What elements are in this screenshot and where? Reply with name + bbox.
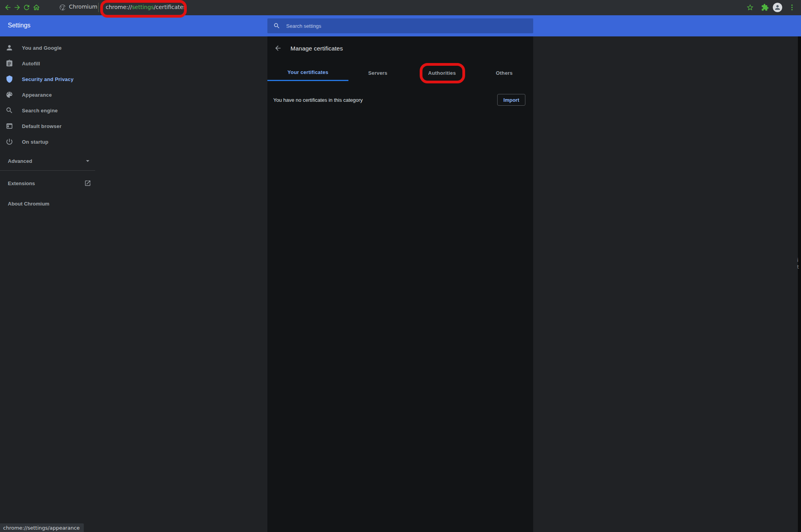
bookmark-star-icon[interactable]: [746, 4, 754, 11]
sidebar-item-on-startup[interactable]: On startup: [0, 134, 98, 150]
tab-others[interactable]: Others: [477, 65, 532, 81]
reload-icon[interactable]: [23, 4, 31, 11]
back-icon[interactable]: [4, 4, 12, 11]
url-rest: /certificates: [154, 4, 186, 10]
empty-state-row: You have no certificates in this categor…: [267, 94, 533, 106]
sidebar-item-about-chromium[interactable]: About Chromium: [0, 196, 98, 211]
settings-search-box[interactable]: [267, 18, 533, 33]
manage-certificates-panel: Manage certificates Your certificates Se…: [267, 36, 533, 532]
sidebar-item-label: Appearance: [22, 92, 52, 98]
edge-text-fragment: t: [797, 264, 801, 270]
url-scheme: chrome://: [106, 4, 132, 10]
external-link-icon: [84, 180, 91, 187]
empty-state-message: You have no certificates in this categor…: [273, 97, 363, 103]
right-edge-strip: [798, 36, 801, 532]
advanced-label: Advanced: [8, 158, 32, 164]
status-url-text: chrome://settings/appearance: [3, 525, 80, 531]
sidebar-item-you-and-google[interactable]: You and Google: [0, 40, 98, 56]
sidebar-item-label: Autofill: [22, 61, 40, 67]
toolbar-separator: [98, 3, 99, 12]
shield-icon: [5, 75, 13, 83]
browser-icon: [5, 122, 13, 130]
page-body: You and Google Autofill Security and Pri…: [0, 36, 801, 532]
person-icon: [5, 44, 13, 52]
power-icon: [5, 138, 13, 146]
sidebar-divider: [0, 170, 95, 171]
sidebar-item-security-and-privacy[interactable]: Security and Privacy: [0, 71, 98, 87]
browser-toolbar: Chromium chrome://settings/certificates: [0, 0, 801, 15]
subpage-title: Manage certificates: [290, 45, 343, 52]
sidebar-item-label: Security and Privacy: [22, 76, 74, 82]
autofill-icon: [5, 60, 13, 67]
status-bubble: chrome://settings/appearance: [0, 523, 84, 532]
screen: Chromium chrome://settings/certificates …: [0, 0, 801, 532]
menu-kebab-icon[interactable]: [788, 4, 796, 11]
extensions-puzzle-icon[interactable]: [761, 4, 769, 11]
extensions-label: Extensions: [8, 180, 35, 186]
sidebar-item-default-browser[interactable]: Default browser: [0, 118, 98, 134]
search-icon: [273, 22, 280, 29]
url-text[interactable]: chrome://settings/certificates: [106, 4, 186, 10]
search-icon: [5, 106, 13, 114]
sidebar-item-label: On startup: [22, 139, 49, 145]
tab-your-certificates[interactable]: Your certificates: [267, 65, 348, 81]
tab-servers[interactable]: Servers: [348, 65, 407, 81]
sidebar-item-label: You and Google: [22, 45, 62, 51]
subpage-header: Manage certificates: [267, 40, 533, 56]
certificate-tabs: Your certificates Servers Authorities Ot…: [267, 65, 533, 81]
url-highlight: settings: [132, 4, 154, 10]
page-title: Settings: [8, 22, 31, 29]
edge-text-fragment: i: [797, 258, 801, 263]
search-input[interactable]: [285, 23, 533, 29]
palette-icon: [5, 91, 13, 99]
chevron-down-icon: [84, 157, 92, 165]
home-icon[interactable]: [32, 4, 40, 11]
sidebar-advanced-toggle[interactable]: Advanced: [0, 153, 98, 169]
tab-authorities[interactable]: Authorities: [407, 65, 477, 81]
profile-avatar[interactable]: [773, 3, 782, 12]
sidebar-item-appearance[interactable]: Appearance: [0, 87, 98, 103]
sidebar-item-autofill[interactable]: Autofill: [0, 56, 98, 71]
sidebar-item-label: Search engine: [22, 108, 58, 114]
back-arrow-icon[interactable]: [274, 44, 282, 52]
about-label: About Chromium: [8, 201, 49, 207]
sidebar: You and Google Autofill Security and Pri…: [0, 40, 98, 211]
sidebar-item-label: Default browser: [22, 123, 61, 129]
sidebar-item-search-engine[interactable]: Search engine: [0, 103, 98, 118]
sidebar-item-extensions[interactable]: Extensions: [0, 175, 98, 191]
import-button[interactable]: Import: [497, 94, 525, 106]
chromium-logo-icon: [59, 4, 66, 11]
forward-icon[interactable]: [13, 4, 21, 11]
settings-header: Settings: [0, 15, 801, 36]
site-title: Chromium: [69, 4, 97, 10]
